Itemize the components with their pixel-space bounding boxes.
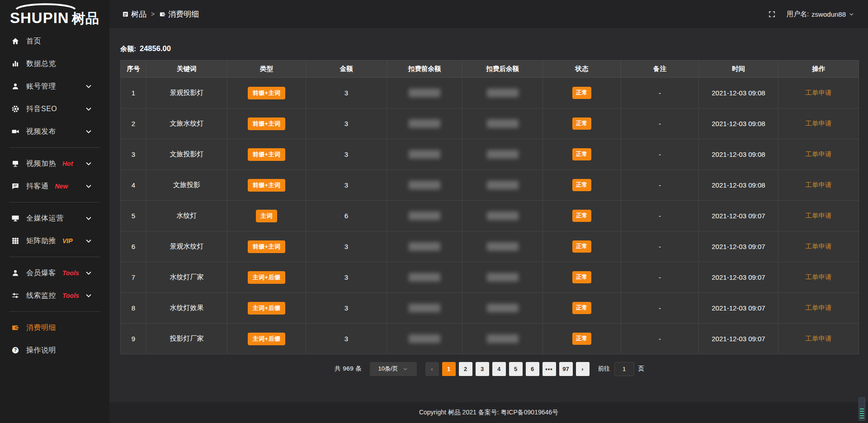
page-button-4[interactable]: 4 — [492, 362, 506, 376]
sidebar-item-label: 抖音SEO — [26, 104, 57, 114]
user-menu[interactable]: 用户名: zswodun88 — [787, 10, 854, 19]
page-size-value: 10条/页 — [378, 365, 398, 373]
cell-amount: 3 — [306, 170, 387, 201]
sidebar-item-clue-monitor[interactable]: 线索监控Tools — [0, 284, 109, 307]
goto-page-input[interactable] — [614, 362, 634, 376]
cell-time: 2021-12-03 09:08 — [699, 170, 778, 201]
prev-page-button[interactable]: ‹ — [425, 362, 439, 376]
sidebar-item-media-operation[interactable]: 全媒体运营 — [0, 207, 109, 230]
cell-balance-after — [462, 139, 543, 170]
doc-icon — [122, 11, 129, 18]
user-icon — [11, 269, 20, 277]
cell-remark: - — [621, 170, 699, 201]
work-order-link[interactable]: 工单申请 — [806, 304, 832, 311]
masked-value — [487, 334, 519, 343]
fullscreen-icon[interactable] — [768, 10, 776, 18]
cell-time: 2021-12-03 09:07 — [699, 231, 778, 262]
sidebar-item-matrix-boost[interactable]: 矩阵助推VIP — [0, 230, 109, 252]
breadcrumb-item[interactable]: 树品 — [122, 9, 146, 19]
cell-index: 6 — [121, 231, 146, 262]
masked-value — [487, 212, 519, 220]
work-order-link[interactable]: 工单申请 — [806, 243, 832, 250]
cell-balance-after — [462, 170, 543, 201]
masked-value — [409, 334, 440, 343]
cell-status: 正常 — [543, 170, 621, 201]
page-button-3[interactable]: 3 — [476, 362, 489, 376]
sidebar-item-badge: New — [55, 183, 68, 190]
sidebar-item-badge: Tools — [62, 292, 79, 299]
sidebar-item-label: 数据总览 — [26, 59, 56, 69]
balance-value: 24856.00 — [140, 44, 171, 53]
goto-label: 前往 — [598, 365, 610, 373]
consume-table: 序号关键词类型金额扣费前余额扣费后余额状态备注时间操作 1景观投影灯前缀+主词3… — [120, 60, 859, 354]
sidebar-item-data-overview[interactable]: 数据总览 — [0, 52, 109, 75]
page-button-1[interactable]: 1 — [442, 362, 456, 376]
sidebar-item-member-baoke[interactable]: 会员爆客Tools — [0, 262, 109, 284]
work-order-link[interactable]: 工单申请 — [806, 273, 832, 281]
sidebar-menu: 首页数据总览账号管理抖音SEO视频发布视频加热Hot抖客通New全媒体运营矩阵助… — [0, 29, 109, 362]
more-pages-button[interactable]: ••• — [542, 362, 556, 376]
cell-remark: - — [621, 139, 699, 170]
balance-bar: 余额: 24856.00 — [120, 28, 859, 53]
cell-status: 正常 — [543, 262, 621, 293]
cell-balance-after — [462, 78, 543, 108]
masked-value — [487, 89, 519, 97]
cell-balance-before — [387, 231, 462, 262]
page-size-select[interactable]: 10条/页 — [370, 362, 417, 376]
cell-remark: - — [621, 108, 699, 139]
username-value: zswodun88 — [811, 10, 846, 18]
type-tag: 主词 — [256, 210, 277, 222]
next-page-button[interactable]: › — [576, 362, 590, 376]
page-button-97[interactable]: 97 — [559, 362, 573, 376]
masked-value — [409, 150, 440, 159]
sidebar-item-douketong[interactable]: 抖客通New — [0, 175, 109, 197]
work-order-link[interactable]: 工单申请 — [806, 181, 832, 188]
work-order-link[interactable]: 工单申请 — [806, 150, 832, 158]
masked-value — [487, 304, 519, 312]
svg-text:?: ? — [14, 348, 17, 352]
work-order-link[interactable]: 工单申请 — [806, 212, 832, 219]
balance-label: 余额: — [120, 45, 136, 53]
sidebar-item-label: 矩阵助推 — [26, 236, 56, 246]
sidebar-item-operation-guide[interactable]: ?操作说明 — [0, 339, 109, 362]
work-order-link[interactable]: 工单申请 — [806, 89, 832, 96]
sidebar-item-home[interactable]: 首页 — [0, 30, 109, 52]
sidebar-item-consume-detail[interactable]: 消费明细 — [0, 316, 109, 339]
status-badge: 正常 — [572, 302, 591, 314]
cell-amount: 3 — [306, 262, 387, 293]
table-row: 4文旅投影前缀+主词3正常-2021-12-03 09:08工单申请 — [121, 170, 859, 201]
sidebar-item-video-heat[interactable]: 视频加热Hot — [0, 152, 109, 175]
table-head: 序号关键词类型金额扣费前余额扣费后余额状态备注时间操作 — [121, 61, 859, 78]
cell-balance-before — [387, 201, 462, 231]
sidebar-item-account-manage[interactable]: 账号管理 — [0, 75, 109, 98]
cell-remark: - — [621, 78, 699, 108]
cell-balance-before — [387, 108, 462, 139]
masked-value — [487, 273, 519, 282]
main-content: 余额: 24856.00 序号关键词类型金额扣费前余额扣费后余额状态备注时间操作… — [109, 28, 868, 423]
cell-balance-before — [387, 170, 462, 201]
cell-remark: - — [621, 262, 699, 293]
cell-balance-after — [462, 262, 543, 293]
chevron-down-icon — [84, 182, 93, 190]
floating-widget[interactable] — [859, 397, 865, 421]
page-button-6[interactable]: 6 — [526, 362, 539, 376]
cell-balance-before — [387, 293, 462, 324]
column-header: 金额 — [306, 61, 387, 78]
sidebar-item-video-publish[interactable]: 视频发布 — [0, 120, 109, 143]
page-button-5[interactable]: 5 — [509, 362, 523, 376]
sidebar-item-label: 首页 — [26, 37, 41, 46]
masked-value — [409, 304, 440, 312]
table-row: 5水纹灯主词6正常-2021-12-03 09:07工单申请 — [121, 201, 859, 231]
sidebar-item-badge: Tools — [62, 269, 79, 277]
column-header: 扣费前余额 — [387, 61, 462, 78]
logo-text-en: SHUPIN — [10, 10, 69, 25]
breadcrumb-item[interactable]: 消费明细 — [159, 9, 199, 19]
work-order-link[interactable]: 工单申请 — [806, 335, 832, 342]
work-order-link[interactable]: 工单申请 — [806, 120, 832, 127]
cell-action: 工单申请 — [778, 108, 859, 139]
page-button-2[interactable]: 2 — [459, 362, 472, 376]
cell-keyword: 水纹灯效果 — [146, 293, 227, 324]
column-header: 扣费后余额 — [462, 61, 543, 78]
sidebar-item-label: 抖客通 — [26, 182, 49, 191]
sidebar-item-douyin-seo[interactable]: 抖音SEO — [0, 98, 109, 120]
